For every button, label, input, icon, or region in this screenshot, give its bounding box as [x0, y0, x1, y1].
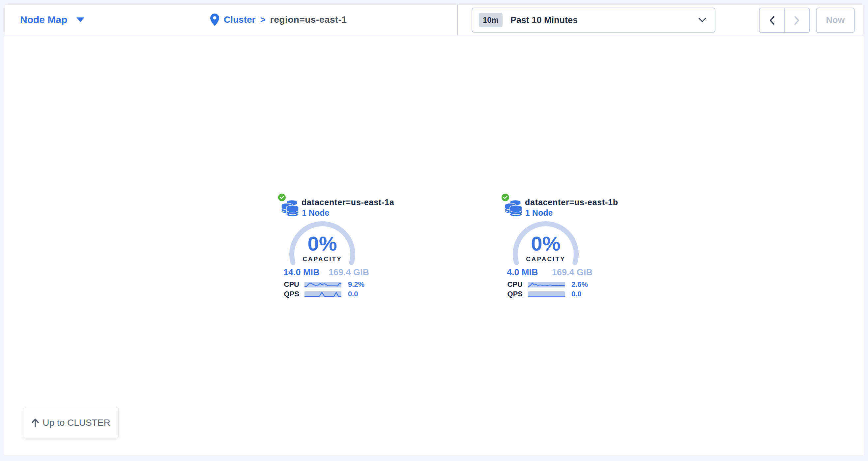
- locality-node-count[interactable]: 1 Node: [302, 208, 329, 218]
- time-window-badge: 10m: [479, 13, 502, 27]
- page-bottom-gutter: [0, 455, 868, 461]
- now-button[interactable]: Now: [816, 7, 855, 33]
- location-pin-icon: [210, 13, 219, 26]
- node-map-page: { "header": { "view_selector": { "label"…: [0, 0, 868, 461]
- view-selector-dropdown[interactable]: Node Map: [20, 5, 84, 35]
- capacity-total: 169.4 GiB: [329, 267, 369, 277]
- capacity-usage-row: 4.0 MiB 169.4 GiB: [507, 267, 592, 277]
- up-to-cluster-label: Up to CLUSTER: [42, 418, 110, 428]
- capacity-total: 169.4 GiB: [552, 267, 592, 277]
- cpu-sparkline: [305, 282, 341, 288]
- chevron-right-icon: [794, 16, 800, 25]
- cpu-value: 9.2%: [348, 280, 365, 289]
- capacity-used: 14.0 MiB: [283, 267, 320, 277]
- cpu-label: CPU: [499, 280, 523, 289]
- qps-sparkline: [528, 291, 565, 297]
- capacity-usage-row: 14.0 MiB 169.4 GiB: [283, 267, 369, 277]
- view-selector-label: Node Map: [20, 14, 67, 25]
- qps-label: QPS: [499, 290, 523, 298]
- qps-metric-row: QPS 0.0: [276, 290, 369, 298]
- capacity-label: CAPACITY: [499, 255, 592, 263]
- database-stack-icon: [504, 200, 522, 217]
- breadcrumb-current: region=us-east-1: [270, 14, 347, 25]
- locality-us-east-1b[interactable]: datacenter=us-east-1b 1 Node 0% CAPACITY…: [499, 193, 592, 302]
- time-next-button[interactable]: [785, 8, 810, 32]
- capacity-percent: 0%: [276, 232, 369, 254]
- capacity-label: CAPACITY: [276, 255, 369, 263]
- time-nav-group: [759, 7, 810, 33]
- cpu-metric-row: CPU 9.2%: [276, 281, 369, 289]
- qps-value: 0.0: [348, 290, 358, 298]
- top-toolbar: Node Map Cluster > region=us-east-1 10m …: [4, 4, 863, 35]
- arrow-up-icon: [31, 418, 39, 427]
- locality-title: datacenter=us-east-1b: [525, 198, 618, 207]
- capacity-used: 4.0 MiB: [507, 267, 538, 277]
- qps-label: QPS: [276, 290, 299, 298]
- locality-title: datacenter=us-east-1a: [302, 198, 395, 207]
- chevron-left-icon: [769, 16, 775, 25]
- node-map-canvas: datacenter=us-east-1a 1 Node 0% CAPACITY…: [4, 36, 864, 455]
- caret-down-icon: [76, 18, 84, 22]
- time-prev-button[interactable]: [760, 8, 785, 32]
- time-window-dropdown[interactable]: 10m Past 10 Minutes: [471, 7, 715, 33]
- locality-node-count[interactable]: 1 Node: [525, 208, 553, 218]
- cpu-label: CPU: [276, 280, 299, 289]
- database-stack-icon: [281, 200, 299, 217]
- capacity-percent: 0%: [499, 232, 592, 254]
- cpu-value: 2.6%: [571, 280, 588, 289]
- now-button-label: Now: [826, 15, 845, 25]
- cpu-metric-row: CPU 2.6%: [499, 281, 592, 289]
- breadcrumb: Cluster > region=us-east-1: [210, 5, 347, 35]
- chevron-down-icon: [698, 18, 706, 23]
- toolbar-divider: [457, 5, 458, 36]
- breadcrumb-separator: >: [260, 14, 265, 25]
- breadcrumb-cluster-link[interactable]: Cluster: [224, 14, 255, 25]
- qps-value: 0.0: [571, 290, 582, 298]
- time-window-label: Past 10 Minutes: [510, 15, 578, 25]
- up-to-cluster-button[interactable]: Up to CLUSTER: [23, 408, 119, 438]
- qps-metric-row: QPS 0.0: [499, 290, 592, 298]
- qps-sparkline: [305, 291, 341, 297]
- cpu-sparkline: [528, 282, 565, 288]
- locality-us-east-1a[interactable]: datacenter=us-east-1a 1 Node 0% CAPACITY…: [276, 193, 369, 302]
